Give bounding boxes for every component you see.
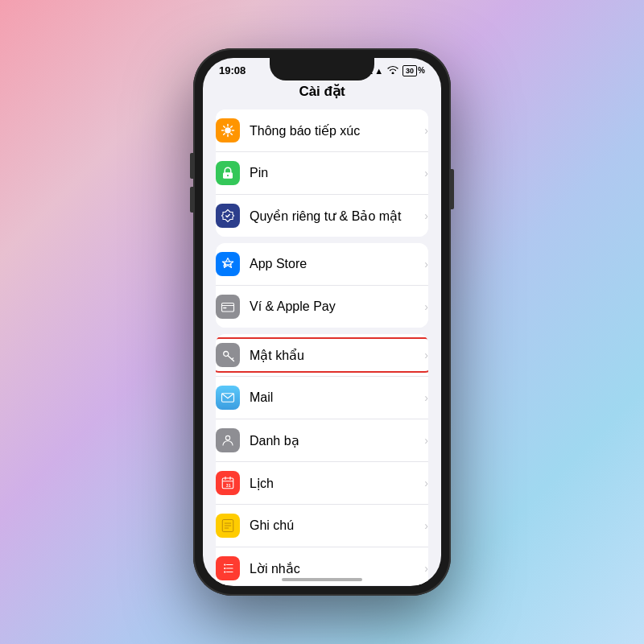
vi-apple-pay-icon bbox=[216, 295, 240, 319]
lich-icon: 31 bbox=[216, 471, 240, 495]
settings-item-app-store[interactable]: A App Store › bbox=[216, 243, 428, 286]
volume-up-button[interactable] bbox=[190, 153, 193, 179]
svg-point-0 bbox=[225, 127, 231, 134]
pin-chevron: › bbox=[424, 167, 428, 180]
settings-item-quyen-rieng-tu[interactable]: Quyền riêng tư & Bảo mật › bbox=[216, 195, 428, 237]
notch bbox=[270, 58, 374, 80]
ghi-chu-label: Ghi chú bbox=[250, 518, 424, 533]
svg-line-5 bbox=[224, 126, 225, 128]
svg-line-6 bbox=[231, 134, 233, 135]
mail-chevron: › bbox=[424, 391, 428, 404]
svg-text:A: A bbox=[223, 262, 227, 267]
settings-item-thong-bao[interactable]: Thông báo tiếp xúc › bbox=[216, 109, 428, 152]
vi-apple-pay-label: Ví & Apple Pay bbox=[250, 299, 424, 314]
settings-item-mail[interactable]: Mail › bbox=[216, 377, 428, 419]
thong-bao-label: Thông báo tiếp xúc bbox=[250, 123, 424, 138]
svg-line-7 bbox=[224, 134, 225, 135]
svg-line-8 bbox=[231, 126, 233, 128]
lich-chevron: › bbox=[424, 477, 428, 489]
thong-bao-icon bbox=[216, 118, 240, 142]
svg-point-20 bbox=[225, 436, 229, 440]
battery-icon: 30% bbox=[402, 65, 425, 76]
danh-ba-chevron: › bbox=[424, 434, 428, 447]
mat-khau-icon bbox=[216, 343, 240, 367]
mat-khau-label: Mật khẩu bbox=[250, 348, 424, 363]
mat-khau-chevron: › bbox=[424, 349, 428, 361]
settings-item-danh-ba[interactable]: Danh bạ › bbox=[216, 419, 428, 462]
settings-item-vi-apple-pay[interactable]: Ví & Apple Pay › bbox=[216, 286, 428, 328]
lich-label: Lịch bbox=[250, 476, 424, 491]
app-store-label: App Store bbox=[250, 257, 424, 271]
settings-item-pin[interactable]: Pin › bbox=[216, 152, 428, 195]
settings-section-2: A App Store › Ví & Apple Pay bbox=[216, 243, 428, 328]
settings-container[interactable]: Thông báo tiếp xúc › Pin › bbox=[203, 109, 441, 585]
pin-label: Pin bbox=[250, 166, 424, 180]
loi-nhac-label: Lời nhắc bbox=[250, 561, 424, 576]
mail-icon bbox=[216, 386, 240, 410]
loi-nhac-chevron: › bbox=[424, 562, 428, 575]
phone-screen: 19:08 ▲▲▲ 30% Cài đặt bbox=[203, 58, 441, 586]
thong-bao-chevron: › bbox=[424, 124, 428, 137]
ghi-chu-chevron: › bbox=[424, 519, 428, 532]
ghi-chu-icon bbox=[216, 514, 240, 538]
vi-apple-pay-chevron: › bbox=[424, 300, 428, 313]
power-button[interactable] bbox=[451, 169, 454, 209]
phone-device: 19:08 ▲▲▲ 30% Cài đặt bbox=[193, 48, 451, 596]
mail-label: Mail bbox=[250, 390, 424, 405]
page-title: Cài đặt bbox=[203, 80, 441, 109]
svg-point-11 bbox=[227, 175, 229, 176]
quyen-rieng-tu-chevron: › bbox=[424, 209, 428, 222]
app-store-chevron: › bbox=[424, 258, 428, 270]
status-time: 19:08 bbox=[219, 64, 246, 76]
svg-point-34 bbox=[224, 571, 225, 572]
pin-icon bbox=[216, 161, 240, 185]
loi-nhac-icon bbox=[216, 556, 240, 580]
danh-ba-label: Danh bạ bbox=[250, 433, 424, 448]
settings-item-lich[interactable]: 31 Lịch › bbox=[216, 462, 428, 505]
wifi-icon bbox=[387, 65, 398, 76]
volume-down-button[interactable] bbox=[190, 187, 193, 213]
settings-section-1: Thông báo tiếp xúc › Pin › bbox=[216, 109, 428, 237]
svg-line-18 bbox=[232, 358, 233, 360]
settings-section-3: Mật khẩu › Mail › bbox=[216, 334, 428, 585]
svg-point-32 bbox=[224, 568, 225, 569]
app-store-icon: A bbox=[216, 252, 240, 276]
quyen-rieng-tu-label: Quyền riêng tư & Bảo mật bbox=[250, 208, 424, 224]
svg-point-30 bbox=[224, 564, 225, 565]
home-indicator bbox=[282, 578, 362, 581]
svg-text:31: 31 bbox=[226, 483, 231, 488]
settings-item-ghi-chu[interactable]: Ghi chú › bbox=[216, 505, 428, 547]
settings-item-mat-khau[interactable]: Mật khẩu › bbox=[216, 334, 428, 377]
svg-rect-15 bbox=[223, 308, 227, 309]
quyen-rieng-tu-icon bbox=[216, 204, 240, 228]
danh-ba-icon bbox=[216, 428, 240, 452]
